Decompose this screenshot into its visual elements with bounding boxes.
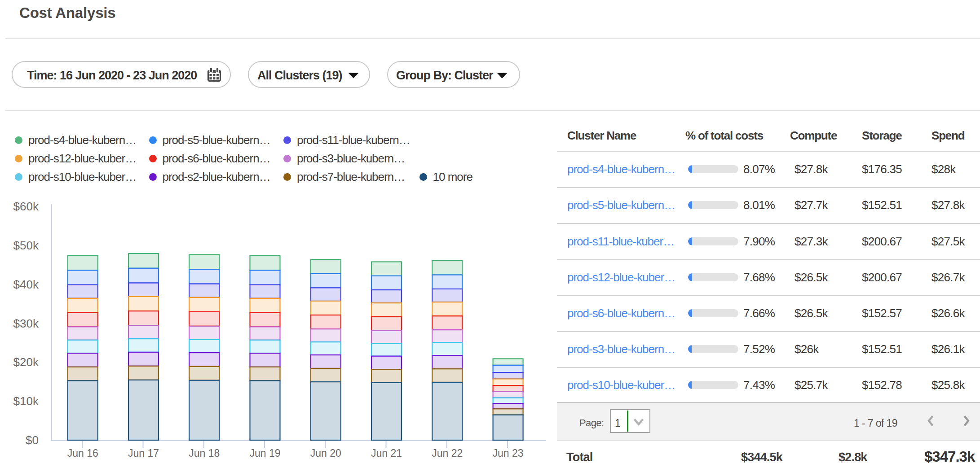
svg-text:Jun 19: Jun 19	[249, 447, 280, 459]
svg-text:$0: $0	[26, 433, 39, 447]
svg-text:$30k: $30k	[13, 317, 39, 330]
svg-text:$40k: $40k	[13, 278, 39, 291]
svg-text:Jun 20: Jun 20	[310, 447, 341, 459]
svg-text:Jun 18: Jun 18	[189, 447, 220, 459]
svg-text:$60k: $60k	[13, 200, 39, 213]
svg-text:$20k: $20k	[13, 355, 39, 369]
svg-text:Jun 21: Jun 21	[371, 447, 402, 459]
svg-text:Jun 23: Jun 23	[493, 447, 524, 459]
svg-text:$50k: $50k	[13, 239, 39, 252]
svg-text:Jun 22: Jun 22	[432, 447, 463, 459]
svg-text:Jun 17: Jun 17	[128, 447, 159, 459]
svg-text:$10k: $10k	[13, 394, 39, 408]
svg-text:Jun 16: Jun 16	[67, 447, 98, 459]
